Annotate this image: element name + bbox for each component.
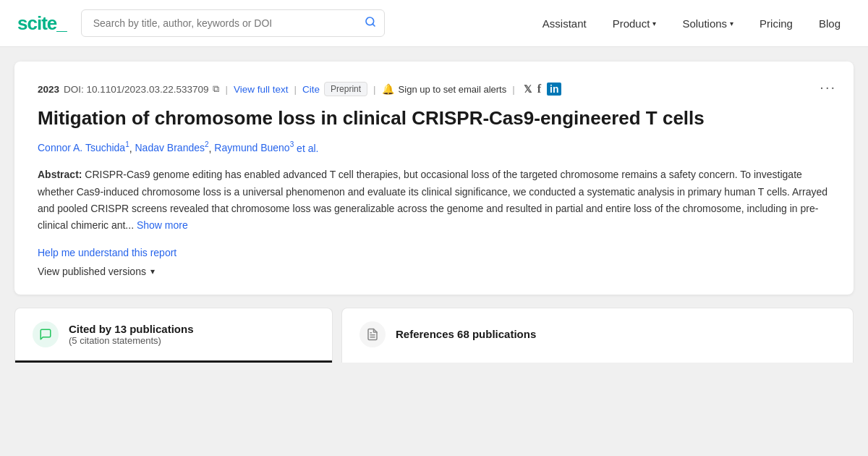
logo-text: scite — [17, 12, 56, 34]
author-3-link[interactable]: Raymund Bueno3 — [214, 142, 294, 153]
nav-item-pricing[interactable]: Pricing — [749, 12, 803, 35]
tab-references-inner: References 68 publications — [342, 308, 853, 360]
email-alert-link[interactable]: Sign up to set email alerts — [399, 84, 507, 95]
copy-icon[interactable]: ⧉ — [213, 83, 219, 95]
paper-doi: DOI: 10.1101/2023.03.22.533709 — [64, 84, 208, 95]
logo[interactable]: scite_ — [17, 12, 67, 35]
facebook-icon[interactable]: f — [537, 83, 541, 96]
cited-sub-label: (5 citation statements) — [69, 335, 194, 346]
paper-title: Mitigation of chromosome loss in clinica… — [38, 106, 830, 131]
references-doc-icon — [359, 321, 386, 347]
show-more-link[interactable]: Show more — [137, 219, 188, 231]
view-full-text-link[interactable]: View full text — [234, 84, 289, 95]
cited-bubble-icon — [33, 321, 59, 347]
twitter-icon[interactable]: 𝕏 — [524, 83, 532, 95]
published-versions-label: View published versions — [38, 266, 146, 277]
et-al-link[interactable]: et al. — [297, 142, 318, 153]
search-input[interactable] — [81, 9, 385, 37]
chevron-down-icon: ▾ — [652, 20, 656, 28]
published-versions-toggle[interactable]: View published versions ▾ — [38, 266, 830, 277]
search-icon — [365, 16, 376, 30]
nav-item-solutions[interactable]: Solutions ▾ — [672, 12, 744, 35]
chevron-down-icon: ▾ — [730, 20, 733, 28]
meta-row: 2023 DOI: 10.1101/2023.03.22.533709 ⧉ | … — [38, 82, 830, 96]
cited-text: Cited by 13 publications (5 citation sta… — [69, 323, 194, 346]
tab-cited[interactable]: Cited by 13 publications (5 citation sta… — [14, 308, 333, 363]
more-options-button[interactable]: ··· — [820, 79, 836, 96]
tab-references[interactable]: References 68 publications — [341, 308, 854, 363]
social-icons: 𝕏 f in — [524, 83, 562, 96]
paper-card: ··· 2023 DOI: 10.1101/2023.03.22.533709 … — [14, 62, 854, 295]
linkedin-icon[interactable]: in — [547, 83, 561, 96]
help-link[interactable]: Help me understand this report — [38, 247, 830, 258]
search-container — [81, 9, 385, 37]
abstract-label: Abstract: — [38, 169, 82, 180]
main-background: ··· 2023 DOI: 10.1101/2023.03.22.533709 … — [0, 47, 868, 456]
references-main-label: References 68 publications — [396, 328, 536, 340]
authors-row: Connor A. Tsuchida1, Nadav Brandes2, Ray… — [38, 141, 830, 154]
tab-cited-inner: Cited by 13 publications (5 citation sta… — [15, 308, 332, 363]
preprint-badge: Preprint — [324, 82, 367, 96]
tabs-section: Cited by 13 publications (5 citation sta… — [14, 308, 854, 363]
nav-item-assistant[interactable]: Assistant — [532, 12, 597, 35]
author-1-link[interactable]: Connor A. Tsuchida1 — [38, 142, 129, 153]
abstract: Abstract: CRISPR-Cas9 genome editing has… — [38, 166, 830, 233]
navbar: scite_ Assistant Product ▾ Solutions ▾ P… — [0, 0, 868, 47]
author-2-link[interactable]: Nadav Brandes2 — [135, 142, 209, 153]
cited-main-label: Cited by 13 publications — [69, 323, 194, 335]
nav-item-product[interactable]: Product ▾ — [603, 12, 667, 35]
chevron-down-icon: ▾ — [150, 266, 155, 276]
paper-year: 2023 — [38, 84, 59, 95]
svg-line-1 — [373, 24, 375, 26]
cite-link[interactable]: Cite — [302, 84, 320, 95]
nav-item-blog[interactable]: Blog — [809, 12, 851, 35]
nav-links: Assistant Product ▾ Solutions ▾ Pricing … — [532, 12, 851, 35]
bell-icon: 🔔 — [382, 83, 394, 95]
